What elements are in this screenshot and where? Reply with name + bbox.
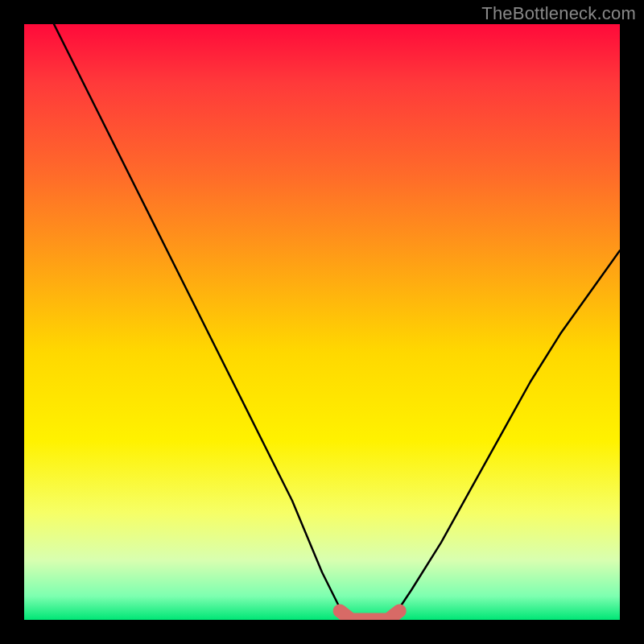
highlight-segment [340, 611, 399, 620]
watermark-text: TheBottleneck.com [481, 3, 636, 24]
outer-frame: TheBottleneck.com [0, 0, 644, 644]
curve-svg [24, 24, 620, 620]
plot-area [24, 24, 620, 620]
bottleneck-curve-path [54, 24, 620, 620]
